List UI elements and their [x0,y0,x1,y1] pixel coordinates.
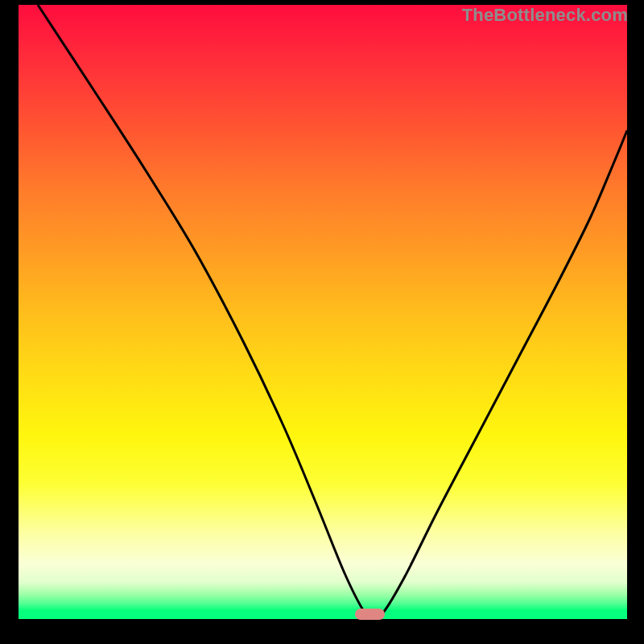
plot-area [19,5,627,619]
watermark-text: TheBottleneck.com [462,5,628,26]
curve-svg [19,5,627,619]
chart-frame: TheBottleneck.com [0,0,644,644]
optimal-marker [355,609,385,620]
bottleneck-curve [38,5,627,617]
